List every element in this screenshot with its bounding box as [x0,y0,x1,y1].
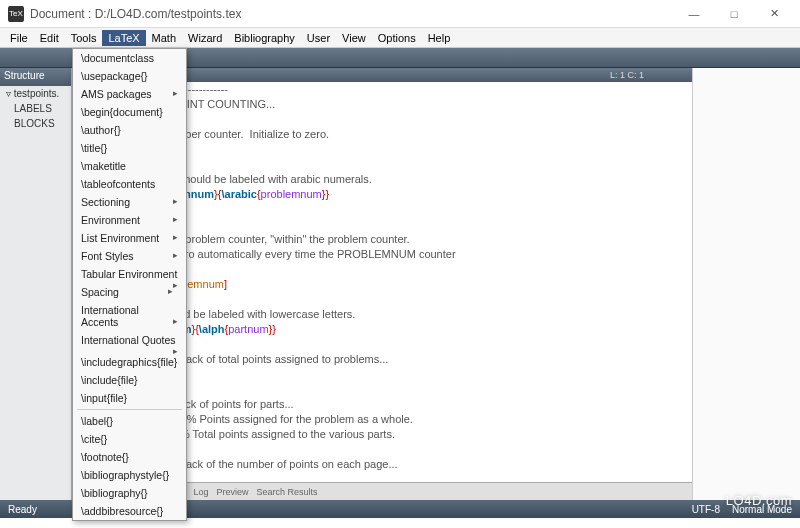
menu-latex[interactable]: LaTeX [102,30,145,46]
sidebar-item-labels[interactable]: LABELS [0,101,71,116]
dropdown-item[interactable]: \bibliographystyle{} [73,466,186,484]
sidebar-item-blocks[interactable]: BLOCKS [0,116,71,131]
dropdown-item[interactable]: Sectioning [73,193,186,211]
tab[interactable]: Log [194,487,209,497]
menu-options[interactable]: Options [372,30,422,46]
menu-user[interactable]: User [301,30,336,46]
dropdown-item[interactable]: \tableofcontents [73,175,186,193]
watermark: LO4D.com [726,493,792,508]
menu-bibliography[interactable]: Bibliography [228,30,301,46]
dropdown-item[interactable]: \documentclass [73,49,186,67]
titlebar: TeX Document : D:/LO4D.com/testpoints.te… [0,0,800,28]
dropdown-item[interactable]: \bibliography{} [73,484,186,502]
dropdown-item[interactable]: \addbibresource{} [73,502,186,520]
menu-file[interactable]: File [4,30,34,46]
dropdown-item[interactable]: List Environment [73,229,186,247]
latex-dropdown: \documentclass\usepackage{}AMS packages\… [72,48,187,521]
dropdown-item[interactable]: \input{file} [73,389,186,407]
menu-edit[interactable]: Edit [34,30,65,46]
tab[interactable]: Search Results [257,487,318,497]
dropdown-item[interactable]: \label{} [73,412,186,430]
dropdown-item[interactable]: \title{} [73,139,186,157]
preview-column [692,68,800,500]
menubar: FileEditToolsLaTeXMathWizardBibliography… [0,28,800,48]
dropdown-item[interactable]: \footnote{} [73,448,186,466]
dropdown-item[interactable]: \include{file} [73,371,186,389]
cursor-position: L: 1 C: 1 [610,70,644,80]
menu-math[interactable]: Math [146,30,182,46]
minimize-button[interactable]: — [676,3,712,25]
dropdown-item[interactable]: International Quotes [73,331,186,349]
window-title: Document : D:/LO4D.com/testpoints.tex [30,7,676,21]
dropdown-item[interactable]: \begin{document} [73,103,186,121]
dropdown-item[interactable]: \includegraphics{file} [73,349,186,371]
sidebar-root[interactable]: ▿ testpoints. [0,86,71,101]
dropdown-item[interactable]: Environment [73,211,186,229]
menu-tools[interactable]: Tools [65,30,103,46]
maximize-button[interactable]: □ [716,3,752,25]
sidebar: Structure ▿ testpoints. LABELSBLOCKS [0,68,72,500]
dropdown-item[interactable]: Tabular Environment [73,265,186,283]
menu-view[interactable]: View [336,30,372,46]
dropdown-item[interactable]: International Accents [73,301,186,331]
dropdown-item[interactable]: Font Styles [73,247,186,265]
dropdown-item[interactable]: Spacing [73,283,186,301]
sidebar-header: Structure [0,68,71,86]
menu-wizard[interactable]: Wizard [182,30,228,46]
close-button[interactable]: ✕ [756,3,792,25]
menu-help[interactable]: Help [422,30,457,46]
tab[interactable]: Preview [217,487,249,497]
dropdown-item[interactable]: \usepackage{} [73,67,186,85]
dropdown-item[interactable]: \maketitle [73,157,186,175]
tex-icon: TeX [8,6,24,22]
dropdown-item[interactable]: \author{} [73,121,186,139]
status-encoding: UTF-8 [692,504,720,515]
dropdown-item[interactable]: AMS packages [73,85,186,103]
dropdown-item[interactable]: \cite{} [73,430,186,448]
